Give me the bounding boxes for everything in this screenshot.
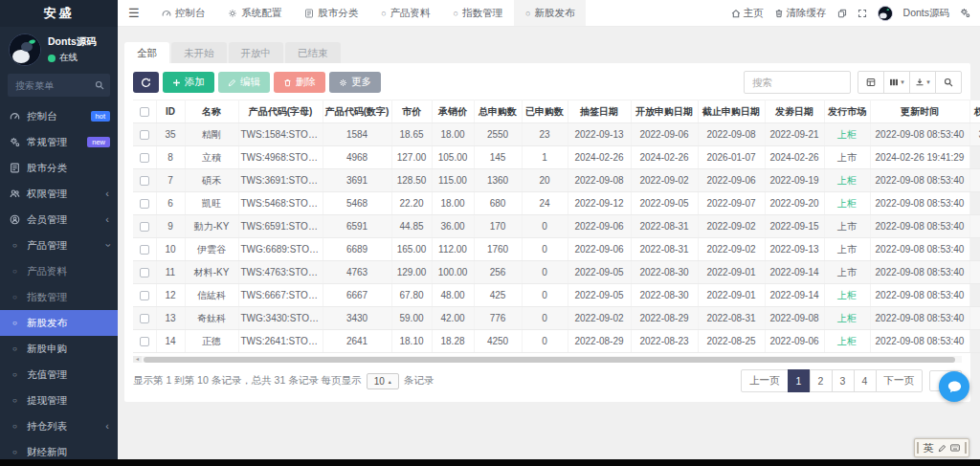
- sidebar-item-withdrawal[interactable]: ○ 提现管理: [0, 388, 118, 413]
- column-header-12[interactable]: 发行市场: [824, 100, 870, 123]
- more-button[interactable]: 更多: [329, 72, 381, 93]
- chat-fab[interactable]: [939, 371, 969, 402]
- ime-mode-label[interactable]: 英: [924, 441, 934, 455]
- cell-total: 145: [474, 146, 522, 169]
- page-button-3[interactable]: 3: [832, 369, 855, 392]
- row-checkbox[interactable]: [140, 153, 149, 163]
- edit-button[interactable]: 编辑: [218, 72, 270, 93]
- page-button-1[interactable]: 1: [788, 369, 811, 392]
- export-button[interactable]: ▾: [909, 71, 936, 94]
- market-link[interactable]: 上柜: [837, 129, 857, 140]
- user-menu[interactable]: Donts源码: [903, 7, 949, 20]
- nav-tab-system-config[interactable]: 系统配置: [216, 0, 293, 26]
- market-link[interactable]: 上市: [837, 221, 857, 232]
- market-link[interactable]: 上市: [837, 244, 857, 255]
- cell-open: 2024-02-26: [631, 146, 698, 169]
- column-header-3[interactable]: 产品代码(数字): [323, 100, 391, 123]
- market-link[interactable]: 上市: [837, 267, 857, 277]
- pen-icon[interactable]: [938, 444, 947, 453]
- prev-page-button[interactable]: 上一页: [741, 369, 789, 392]
- market-link[interactable]: 上柜: [837, 336, 857, 346]
- table-row: 12信紘科TWS:6667:STOCK666767.8048.004250202…: [133, 284, 980, 307]
- row-checkbox[interactable]: [140, 222, 149, 232]
- delete-button[interactable]: 删除: [274, 72, 325, 93]
- column-header-10[interactable]: 截止申购日期: [698, 100, 765, 123]
- nav-tab-dashboard[interactable]: 控制台: [150, 0, 217, 26]
- page-button-2[interactable]: 2: [810, 369, 833, 392]
- refresh-button[interactable]: [133, 72, 159, 93]
- column-header-2[interactable]: 产品代码(字母): [238, 100, 323, 123]
- market-link[interactable]: 上柜: [837, 175, 857, 186]
- nav-tab-index-management[interactable]: ○ 指数管理: [442, 0, 514, 26]
- cell-select: [133, 307, 156, 330]
- sidebar-item-recharge[interactable]: ○ 充值管理: [0, 362, 118, 388]
- column-header-14[interactable]: 权重: [969, 100, 980, 123]
- sidebar-item-new-stock-subscription[interactable]: ○ 新股申购: [0, 336, 118, 362]
- row-checkbox[interactable]: [140, 199, 149, 209]
- sidebar-item-market-category[interactable]: 股市分类: [0, 155, 118, 181]
- settings-button[interactable]: [960, 8, 970, 18]
- market-link[interactable]: 上市: [837, 152, 857, 163]
- column-header-5[interactable]: 承销价: [432, 100, 474, 123]
- column-header-7[interactable]: 已申购数: [522, 100, 568, 123]
- row-checkbox[interactable]: [140, 245, 149, 255]
- ime-toolbar[interactable]: 英: [914, 438, 969, 457]
- filter-tab-not-started[interactable]: 未开始: [171, 42, 227, 63]
- copy-page-button[interactable]: [837, 9, 847, 18]
- nav-tab-new-stock-release[interactable]: ○ 新股发布: [514, 0, 586, 26]
- avatar[interactable]: [878, 6, 893, 21]
- sidebar-item-permissions[interactable]: 权限管理 ‹: [0, 181, 118, 207]
- page-size-select[interactable]: 10 ▴: [367, 373, 399, 389]
- market-link[interactable]: 上柜: [837, 313, 857, 323]
- select-all-checkbox[interactable]: [140, 107, 149, 117]
- page-button-4[interactable]: 4: [854, 369, 877, 392]
- column-header-13[interactable]: 更新时间: [870, 100, 969, 123]
- column-header-1[interactable]: 名称: [185, 100, 238, 123]
- filter-tab-open[interactable]: 开放中: [229, 42, 284, 63]
- sidebar-item-product-management[interactable]: ○ 产品管理 ‹: [0, 233, 118, 258]
- keyboard-icon[interactable]: [950, 444, 960, 452]
- table-row: 10伊雲谷TWG:6689:STOCK6689165.00112.0017600…: [133, 238, 980, 261]
- filter-tab-all[interactable]: 全部: [124, 42, 169, 63]
- card-view-button[interactable]: [858, 71, 884, 94]
- row-checkbox[interactable]: [140, 176, 149, 186]
- market-link[interactable]: 上柜: [837, 290, 857, 300]
- nav-tab-product-data[interactable]: ○ 产品资料: [369, 0, 441, 26]
- sidebar-item-positions[interactable]: ○ 持仓列表 ‹: [0, 413, 118, 439]
- cell-code_num: 6667: [323, 284, 391, 307]
- next-page-button[interactable]: 下一页: [876, 369, 924, 392]
- column-header-9[interactable]: 开放申购日期: [631, 100, 698, 123]
- column-header-0[interactable]: ID: [156, 100, 185, 123]
- sidebar-item-dashboard[interactable]: 控制台 hot: [0, 103, 118, 129]
- add-button[interactable]: 添加: [163, 72, 214, 93]
- column-header-6[interactable]: 总申购数: [474, 100, 522, 123]
- column-header-4[interactable]: 市价: [391, 100, 432, 123]
- sidebar-item-members[interactable]: 会员管理 ‹: [0, 207, 118, 233]
- scroll-left-button[interactable]: ◂: [133, 356, 142, 363]
- row-checkbox[interactable]: [140, 268, 149, 277]
- home-link[interactable]: 主页: [731, 7, 764, 20]
- table-search-input[interactable]: [744, 71, 851, 94]
- sidebar: 安盛 Donts源码 在线 控制台 hot 常规管理 new: [0, 0, 118, 466]
- row-checkbox[interactable]: [140, 314, 149, 323]
- sidebar-item-index-management[interactable]: ○ 指数管理: [0, 284, 118, 310]
- sidebar-item-new-stock-release[interactable]: ○ 新股发布: [0, 310, 118, 336]
- columns-button[interactable]: ▾: [883, 71, 910, 94]
- column-header-8[interactable]: 抽签日期: [568, 100, 631, 123]
- clear-cache-link[interactable]: 清除缓存: [774, 7, 827, 20]
- hamburger-icon[interactable]: ☰: [118, 6, 150, 20]
- nav-tab-market-category[interactable]: 股市分类: [293, 0, 369, 26]
- circle-icon: ○: [8, 370, 22, 379]
- scrollbar-thumb[interactable]: [144, 357, 955, 363]
- sidebar-item-general[interactable]: 常规管理 new: [0, 129, 118, 155]
- filter-tab-ended[interactable]: 已结束: [285, 42, 341, 63]
- fullscreen-button[interactable]: [858, 9, 867, 18]
- row-checkbox[interactable]: [140, 130, 149, 140]
- ime-grip: [965, 442, 967, 454]
- row-checkbox[interactable]: [140, 337, 149, 346]
- market-link[interactable]: 上柜: [837, 198, 857, 209]
- column-header-11[interactable]: 发劵日期: [765, 100, 824, 123]
- search-button[interactable]: [935, 71, 962, 94]
- row-checkbox[interactable]: [140, 291, 149, 300]
- sidebar-item-product-data[interactable]: ○ 产品资料: [0, 258, 118, 284]
